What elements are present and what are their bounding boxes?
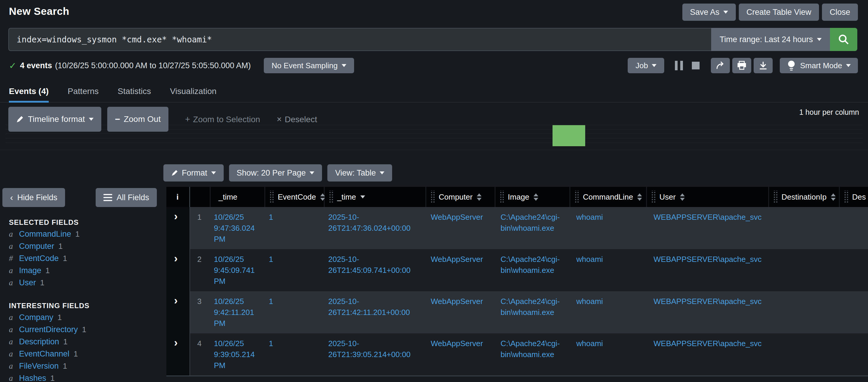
- time-iso-value[interactable]: 2025-10-26T21:42:11.201+00:00: [328, 296, 424, 318]
- column-header-image[interactable]: Image: [495, 187, 571, 207]
- sort-icon[interactable]: [320, 194, 325, 201]
- drag-handle-icon[interactable]: [773, 190, 777, 204]
- stop-job-icon[interactable]: [692, 62, 700, 69]
- time-value[interactable]: 10/26/25 9:39:05.214 PM: [214, 338, 262, 371]
- time-value[interactable]: 10/26/25 9:42:11.201 PM: [214, 296, 262, 329]
- field-link[interactable]: Image: [19, 266, 41, 275]
- drag-handle-icon[interactable]: [651, 190, 655, 204]
- field-link[interactable]: User: [19, 278, 36, 287]
- field-link[interactable]: Description: [19, 337, 59, 346]
- drag-handle-icon[interactable]: [328, 190, 333, 204]
- deselect-button[interactable]: ×Deselect: [277, 114, 317, 124]
- drag-handle-icon[interactable]: [574, 190, 579, 204]
- column-header-commandline[interactable]: CommandLine: [570, 187, 647, 207]
- tab-events[interactable]: Events (4): [9, 86, 49, 103]
- computer-value[interactable]: WebAppServer: [431, 338, 494, 349]
- view-mode-button[interactable]: View: Table: [328, 164, 392, 181]
- create-table-view-button[interactable]: Create Table View: [739, 4, 819, 21]
- per-page-button[interactable]: Show: 20 Per Page: [229, 164, 322, 181]
- commandline-value[interactable]: whoami: [576, 254, 647, 265]
- user-value[interactable]: WEBAPPSERVER\apache_svc: [653, 296, 770, 307]
- eventcode-value[interactable]: 1: [269, 254, 322, 265]
- zoom-to-selection-button[interactable]: +Zoom to Selection: [185, 114, 260, 124]
- timeline-histogram-bar[interactable]: [553, 125, 585, 146]
- tab-statistics[interactable]: Statistics: [118, 86, 151, 103]
- computer-value[interactable]: WebAppServer: [431, 212, 494, 223]
- expand-row-icon[interactable]: ›: [174, 252, 178, 265]
- sort-icon[interactable]: [637, 194, 642, 201]
- image-value[interactable]: C:\Apache24\cgi-bin\whoami.exe: [500, 338, 570, 360]
- tab-visualization[interactable]: Visualization: [170, 86, 217, 103]
- time-iso-value[interactable]: 2025-10-26T21:39:05.214+00:00: [328, 338, 424, 360]
- timeline-format-button[interactable]: Timeline format: [8, 107, 101, 132]
- field-link[interactable]: CommandLine: [19, 230, 71, 239]
- time-iso-value[interactable]: 2025-10-26T21:47:36.024+00:00: [328, 212, 424, 234]
- computer-value[interactable]: WebAppServer: [431, 254, 494, 265]
- field-link[interactable]: Company: [19, 313, 54, 322]
- field-item-commandline: aCommandLine1: [9, 230, 166, 242]
- zoom-out-button[interactable]: − Zoom Out: [107, 107, 168, 132]
- image-value[interactable]: C:\Apache24\cgi-bin\whoami.exe: [500, 212, 570, 234]
- field-item-image: aImage1: [9, 266, 166, 278]
- field-link[interactable]: CurrentDirectory: [19, 325, 78, 334]
- commandline-value[interactable]: whoami: [576, 212, 647, 223]
- field-link[interactable]: EventChannel: [19, 349, 69, 358]
- job-menu-button[interactable]: Job: [628, 58, 664, 73]
- time-value[interactable]: 10/26/25 9:47:36.024 PM: [214, 212, 262, 245]
- share-icon: [715, 61, 725, 71]
- user-value[interactable]: WEBAPPSERVER\apache_svc: [653, 254, 770, 265]
- save-as-button[interactable]: Save As: [682, 4, 736, 21]
- eventcode-value[interactable]: 1: [269, 212, 322, 223]
- print-button[interactable]: [732, 58, 751, 73]
- column-header-time-sorted[interactable]: _time: [325, 187, 426, 207]
- field-link[interactable]: Hashes: [19, 374, 46, 382]
- hide-fields-button[interactable]: ‹Hide Fields: [2, 188, 65, 207]
- sort-icon[interactable]: [477, 194, 482, 201]
- image-value[interactable]: C:\Apache24\cgi-bin\whoami.exe: [500, 296, 570, 318]
- image-value[interactable]: C:\Apache24\cgi-bin\whoami.exe: [500, 254, 570, 276]
- expand-row-icon[interactable]: ›: [174, 337, 178, 349]
- drag-handle-icon[interactable]: [269, 190, 274, 204]
- close-button[interactable]: Close: [822, 4, 858, 21]
- all-fields-button[interactable]: All Fields: [96, 188, 157, 207]
- sort-icon[interactable]: [533, 194, 538, 201]
- user-value[interactable]: WEBAPPSERVER\apache_svc: [653, 212, 770, 223]
- time-range-picker[interactable]: Time range: Last 24 hours: [711, 28, 830, 51]
- drag-handle-icon[interactable]: [843, 190, 848, 204]
- search-button[interactable]: [830, 28, 857, 51]
- cell-image: C:\Apache24\cgi-bin\whoami.exe: [498, 333, 573, 376]
- eventcode-value[interactable]: 1: [269, 296, 322, 307]
- event-sampling-button[interactable]: No Event Sampling: [264, 58, 354, 73]
- user-value[interactable]: WEBAPPSERVER\apache_svc: [653, 338, 770, 349]
- expand-row-icon[interactable]: ›: [174, 294, 178, 307]
- sort-icon[interactable]: [680, 194, 685, 201]
- commandline-value[interactable]: whoami: [576, 338, 647, 349]
- search-query-input[interactable]: index=windows_sysmon *cmd.exe* *whoami*: [8, 28, 711, 51]
- tab-patterns[interactable]: Patterns: [68, 86, 99, 103]
- column-header-eventcode[interactable]: EventCode: [265, 187, 325, 207]
- cell-computer: WebAppServer: [428, 207, 498, 249]
- share-job-button[interactable]: [711, 58, 730, 73]
- column-header-computer[interactable]: Computer: [426, 187, 495, 207]
- drag-handle-icon[interactable]: [430, 190, 435, 204]
- export-button[interactable]: [754, 58, 773, 73]
- eventcode-value[interactable]: 1: [269, 338, 322, 349]
- expand-row-icon[interactable]: ›: [174, 210, 178, 222]
- time-value[interactable]: 10/26/25 9:45:09.741 PM: [214, 254, 262, 287]
- time-iso-value[interactable]: 2025-10-26T21:45:09.741+00:00: [328, 254, 424, 276]
- computer-value[interactable]: WebAppServer: [431, 296, 494, 307]
- field-link[interactable]: Computer: [19, 242, 54, 251]
- column-header-destinationip[interactable]: DestinationIp: [769, 187, 840, 207]
- job-status-bar: ✓ 4 events (10/26/25 5:00:00.000 AM to 1…: [9, 57, 858, 74]
- format-button[interactable]: Format: [163, 164, 224, 181]
- search-mode-button[interactable]: Smart Mode: [780, 58, 858, 73]
- column-header-user[interactable]: User: [647, 187, 769, 207]
- column-header-clipped[interactable]: Des: [840, 187, 868, 207]
- field-link[interactable]: EventCode: [19, 254, 59, 263]
- chevron-down-icon: [310, 171, 314, 174]
- drag-handle-icon[interactable]: [499, 190, 504, 204]
- field-link[interactable]: FileVersion: [19, 361, 59, 371]
- commandline-value[interactable]: whoami: [576, 296, 647, 307]
- sort-icon[interactable]: [831, 194, 836, 201]
- pause-job-icon[interactable]: [675, 61, 683, 70]
